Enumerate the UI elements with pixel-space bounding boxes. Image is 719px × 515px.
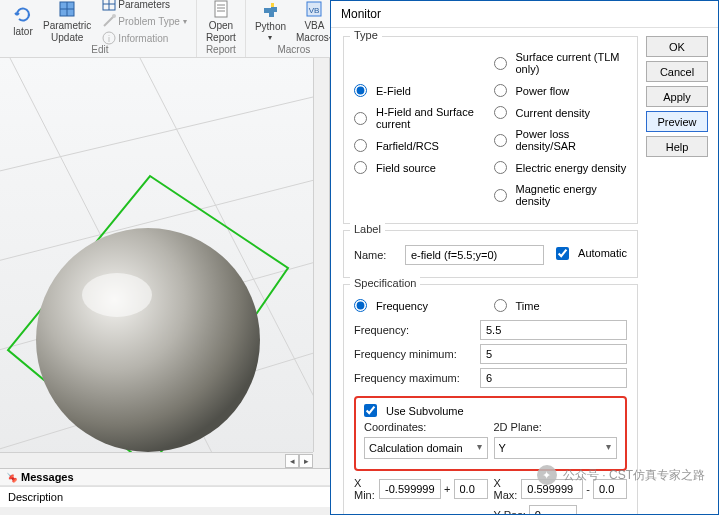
wand-icon: [101, 13, 117, 29]
vba-label2: Macros: [296, 32, 329, 43]
ribbon-group-macros: Python▾ VB VBA Macros▾ Macros: [246, 0, 342, 57]
use-subvolume-checkbox[interactable]: Use Subvolume: [364, 404, 617, 417]
apply-button[interactable]: Apply: [646, 86, 708, 107]
python-icon: [260, 0, 280, 20]
svg-point-22: [36, 228, 260, 452]
report-caption: Report: [206, 44, 236, 55]
scroll-right-icon[interactable]: ▸: [299, 454, 313, 468]
refresh-icon: [13, 5, 33, 25]
edit-caption: Edit: [91, 44, 108, 55]
svg-text:i: i: [108, 34, 110, 44]
viewport-scroll-v[interactable]: [313, 58, 329, 452]
vba-label1: VBA: [304, 20, 324, 31]
viewport-corner: [313, 452, 329, 468]
xmax-input[interactable]: [521, 479, 583, 499]
radio-curdens[interactable]: Current density: [494, 106, 628, 119]
svg-point-23: [82, 273, 152, 317]
python-label: Python: [255, 21, 286, 32]
param-label2: Update: [51, 32, 83, 43]
fmin-label: Frequency minimum:: [354, 348, 474, 360]
cancel-button[interactable]: Cancel: [646, 61, 708, 82]
description-tab[interactable]: Description: [0, 486, 330, 507]
3d-viewport[interactable]: ◂ ▸: [0, 58, 330, 468]
name-input[interactable]: [405, 245, 544, 265]
simulator-button[interactable]: lator: [10, 5, 36, 37]
open-label: Open: [209, 20, 233, 31]
radio-fieldsource[interactable]: Field source: [354, 161, 488, 174]
parametric-update-button[interactable]: Parametric Update: [40, 0, 94, 43]
report-sub: Report: [206, 32, 236, 43]
coords-select[interactable]: [364, 437, 488, 459]
radio-time[interactable]: Time: [494, 299, 628, 312]
preview-button[interactable]: Preview: [646, 111, 708, 132]
svg-rect-9: [215, 1, 227, 17]
freq-label: Frequency:: [354, 324, 474, 336]
radio-farfield[interactable]: Farfield/RCS: [354, 139, 488, 152]
coords-label: Coordinates:: [364, 421, 488, 433]
xmin-label: X Min:: [354, 477, 376, 501]
problem-type-button[interactable]: Problem Type▾: [98, 13, 190, 29]
pin-icon[interactable]: 📌: [7, 472, 17, 483]
radio-frequency[interactable]: Frequency: [354, 299, 488, 312]
ribbon-group-edit: lator Parametric Update Parameters Probl…: [4, 0, 197, 57]
fmax-input[interactable]: [480, 368, 627, 388]
radio-efield[interactable]: E-Field: [354, 84, 488, 97]
type-group: Type E-Field H-Field and Surface current…: [343, 36, 638, 224]
open-report-button[interactable]: Open Report: [203, 0, 239, 43]
problem-type-label: Problem Type: [118, 16, 180, 27]
parameters-label: Parameters: [118, 0, 170, 10]
xmax-off-input[interactable]: [593, 479, 627, 499]
xmin-off-input[interactable]: [454, 479, 488, 499]
spec-legend: Specification: [350, 277, 420, 289]
macros-caption: Macros: [277, 44, 310, 55]
label-legend: Label: [350, 223, 385, 235]
name-label: Name:: [354, 249, 399, 261]
fmin-input[interactable]: [480, 344, 627, 364]
type-legend: Type: [350, 29, 382, 41]
messages-panel: 📌 Messages Description: [0, 468, 330, 507]
label-group: Label Name: Automatic: [343, 230, 638, 278]
table-icon: [57, 0, 77, 19]
radio-hfield[interactable]: H-Field and Surface current: [354, 106, 488, 130]
radio-surfcur[interactable]: Surface current (TLM only): [494, 51, 628, 75]
ok-button[interactable]: OK: [646, 36, 708, 57]
ypos-label: Y Pos:: [494, 509, 526, 514]
grid-icon: [101, 0, 117, 12]
automatic-checkbox[interactable]: Automatic: [556, 247, 627, 260]
document-icon: [211, 0, 231, 19]
radio-menergy[interactable]: Magnetic energy density: [494, 183, 628, 207]
parameters-button[interactable]: Parameters: [98, 0, 190, 12]
messages-title: Messages: [21, 471, 74, 483]
svg-point-6: [112, 14, 116, 18]
radio-eenergy[interactable]: Electric energy density: [494, 161, 628, 174]
plane2d-select[interactable]: [494, 437, 618, 459]
vba-icon: VB: [304, 0, 324, 19]
monitor-dialog: Monitor Type E-Field H-Field and Surface…: [330, 0, 719, 515]
simulator-label: lator: [13, 26, 32, 37]
radio-powerflow[interactable]: Power flow: [494, 84, 628, 97]
xmin-input[interactable]: [379, 479, 441, 499]
svg-text:VB: VB: [309, 6, 320, 15]
subvolume-highlight: Use Subvolume Coordinates: 2D Plane:: [354, 396, 627, 471]
viewport-scene: [0, 58, 330, 468]
fmax-label: Frequency maximum:: [354, 372, 474, 384]
information-label: Information: [118, 33, 168, 44]
python-button[interactable]: Python▾: [252, 0, 289, 42]
information-button[interactable]: i Information: [98, 30, 190, 46]
ypos-input[interactable]: [529, 505, 577, 514]
ribbon-group-report: Open Report Report: [197, 0, 246, 57]
param-label1: Parametric: [43, 20, 91, 31]
plane2d-label: 2D Plane:: [494, 421, 618, 433]
scroll-left-icon[interactable]: ◂: [285, 454, 299, 468]
xmax-label: X Max:: [494, 477, 519, 501]
viewport-scroll-h[interactable]: ◂ ▸: [0, 452, 313, 468]
dialog-title: Monitor: [331, 1, 718, 28]
help-button[interactable]: Help: [646, 136, 708, 157]
freq-input[interactable]: [480, 320, 627, 340]
spec-group: Specification Frequency Time Frequency: …: [343, 284, 638, 514]
radio-powerloss[interactable]: Power loss density/SAR: [494, 128, 628, 152]
